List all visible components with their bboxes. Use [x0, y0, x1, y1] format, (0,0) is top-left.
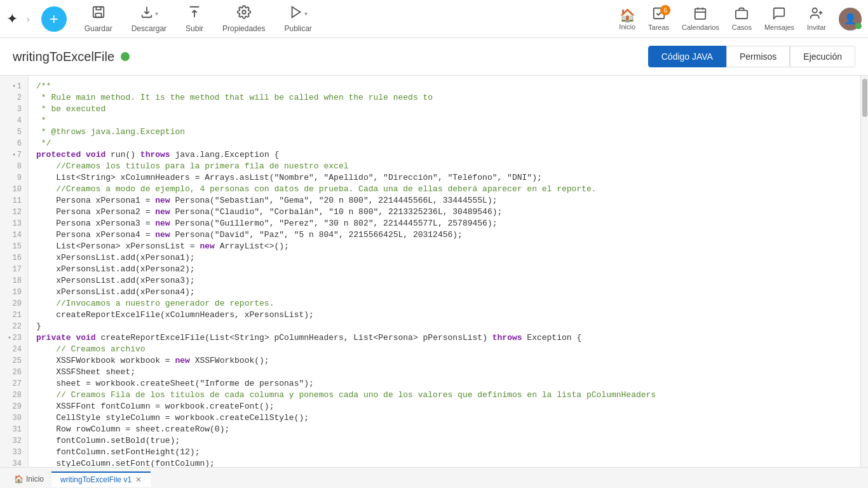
nav-inicio[interactable]: 🏠 Inicio — [619, 8, 635, 30]
line-numbers: ▾123456▾78910111213141516171819202122▾23… — [0, 76, 29, 467]
invitar-icon — [810, 6, 824, 24]
line-number: 4 — [4, 115, 24, 126]
tab-buttons: Código JAVA Permisos Ejecución — [648, 46, 855, 67]
code-line: * — [36, 115, 853, 126]
line-number: 29 — [4, 401, 24, 412]
line-number: 10 — [4, 184, 24, 195]
vertical-scrollbar[interactable] — [860, 76, 868, 467]
user-status-dot — [855, 23, 862, 29]
guardar-button[interactable]: Guardar — [78, 3, 119, 36]
line-number: 21 — [4, 309, 24, 321]
calendarios-label: Calendarios — [682, 24, 719, 31]
code-line: * @throws java.lang.Exception — [36, 126, 853, 138]
code-line: XSSFSheet sheet; — [36, 367, 853, 378]
calendarios-icon — [693, 6, 707, 24]
breadcrumb-chevron-icon: › — [27, 14, 30, 24]
publicar-button[interactable]: ▾ Publicar — [278, 3, 318, 36]
collapse-arrow[interactable]: ▾ — [8, 332, 11, 344]
nav-tareas[interactable]: 6 Tareas — [648, 6, 669, 31]
code-line: Row rowColumn = sheet.createRow(0); — [36, 424, 853, 435]
descargar-icon — [140, 5, 154, 22]
mensajes-label: Mensajes — [764, 24, 794, 31]
guardar-label: Guardar — [85, 24, 112, 33]
code-line: * be executed — [36, 104, 853, 115]
code-line: // Creamos Fila de los titulos de cada c… — [36, 390, 853, 401]
code-line: Persona xPersona1 = new Persona("Sebasti… — [36, 195, 853, 207]
line-number: 25 — [4, 355, 24, 367]
propiedades-label: Propiedades — [222, 24, 265, 33]
add-button[interactable]: + — [41, 6, 67, 32]
descargar-label: Descargar — [132, 24, 166, 33]
descargar-button[interactable]: ▾ Descargar — [125, 3, 173, 36]
home-icon: 🏠 — [14, 475, 24, 484]
line-number: 26 — [4, 367, 24, 378]
casos-label: Casos — [732, 24, 752, 31]
code-line: private void createReportExcelFile(List<… — [36, 332, 853, 344]
code-line: List<String> xColumnHeaders = Arrays.asL… — [36, 172, 853, 184]
code-line: //Creamos los titulos para la primera fi… — [36, 161, 853, 172]
nav-casos[interactable]: Casos — [732, 6, 752, 31]
svg-rect-1 — [95, 13, 101, 17]
tareas-badge: 6 — [660, 5, 670, 15]
logo-icon: ✦ — [6, 11, 18, 27]
line-number: 34 — [4, 458, 24, 467]
code-line: // Creamos archivo — [36, 344, 853, 355]
close-tab-icon[interactable]: ✕ — [135, 475, 142, 484]
line-number: 16 — [4, 252, 24, 264]
code-content[interactable]: /** * Rule main method. It is the method… — [29, 76, 860, 467]
subir-label: Subir — [186, 24, 203, 33]
svg-rect-6 — [736, 10, 747, 18]
writing-tab-label: writingToExcelFile v1 — [60, 475, 132, 484]
invitar-label: Invitar — [807, 24, 826, 31]
code-line: //Invocamos a nuestro generador de repor… — [36, 298, 853, 309]
line-number: 19 — [4, 287, 24, 298]
tareas-label: Tareas — [648, 24, 669, 31]
home-tab-label: Inicio — [26, 475, 44, 484]
code-line: Persona xPersona2 = new Persona("Claudio… — [36, 207, 853, 218]
line-number: 17 — [4, 264, 24, 275]
line-number: 33 — [4, 447, 24, 458]
line-number: 13 — [4, 218, 24, 229]
line-number: 22 — [4, 321, 24, 332]
line-number: 3 — [4, 104, 24, 115]
line-number: ▾23 — [4, 332, 24, 344]
line-number: 32 — [4, 435, 24, 447]
tab-permisos[interactable]: Permisos — [726, 46, 790, 67]
nav-calendarios[interactable]: Calendarios — [682, 6, 719, 31]
code-line: fontColumn.setFontHeight(12); — [36, 447, 853, 458]
code-line: XSSFFont fontColumn = workbook.createFon… — [36, 401, 853, 412]
code-line: Persona xPersona3 = new Persona("Guiller… — [36, 218, 853, 229]
code-line: /** — [36, 81, 853, 92]
svg-rect-5 — [695, 9, 706, 20]
collapse-arrow[interactable]: ▾ — [12, 149, 15, 161]
nav-mensajes[interactable]: Mensajes — [764, 6, 794, 31]
scrollbar-thumb[interactable] — [862, 79, 867, 117]
code-line: CellStyle styleColumn = workbook.createC… — [36, 412, 853, 424]
file-title-section: writingToExcelFile — [13, 50, 130, 64]
tab-inicio-home[interactable]: 🏠 Inicio — [6, 472, 51, 486]
nav-invitar[interactable]: Invitar — [807, 6, 826, 31]
line-number: 9 — [4, 172, 24, 184]
code-line: xPersonsList.add(xPersona1); — [36, 252, 853, 264]
code-line: fontColumn.setBold(true); — [36, 435, 853, 447]
tab-ejecucion[interactable]: Ejecución — [790, 46, 855, 67]
svg-rect-0 — [93, 6, 104, 17]
code-line: List<Persona> xPersonsList = new ArrayLi… — [36, 241, 853, 252]
subir-icon — [187, 5, 201, 22]
subir-button[interactable]: Subir — [179, 3, 210, 36]
propiedades-icon — [237, 5, 251, 22]
code-line: sheet = workbook.createSheet("Informe de… — [36, 378, 853, 390]
collapse-arrow[interactable]: ▾ — [12, 81, 15, 92]
propiedades-button[interactable]: Propiedades — [216, 3, 271, 36]
line-number: 5 — [4, 126, 24, 138]
casos-icon — [735, 6, 749, 24]
svg-point-2 — [242, 10, 246, 14]
code-line: xPersonsList.add(xPersona4); — [36, 287, 853, 298]
publicar-dropdown-icon: ▾ — [304, 10, 308, 17]
tab-writing-excel[interactable]: writingToExcelFile v1 ✕ — [51, 471, 151, 487]
line-number: 27 — [4, 378, 24, 390]
user-avatar-container[interactable]: 👤 — [839, 8, 862, 30]
tab-codigo-java[interactable]: Código JAVA — [648, 46, 726, 67]
bottom-tabs: 🏠 Inicio writingToExcelFile v1 ✕ — [0, 467, 868, 488]
file-header: writingToExcelFile Código JAVA Permisos … — [0, 38, 868, 76]
